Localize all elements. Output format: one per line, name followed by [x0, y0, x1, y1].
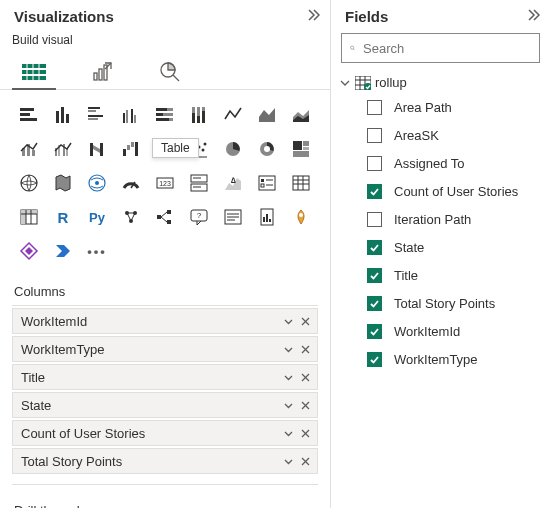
field-row[interactable]: Assigned To — [367, 152, 540, 174]
column-well[interactable]: Total Story Points — [12, 448, 318, 474]
column-well[interactable]: Title — [12, 364, 318, 390]
viz-clustered-bar[interactable] — [82, 100, 112, 130]
field-row[interactable]: Iteration Path — [367, 208, 540, 230]
field-label: Title — [394, 268, 418, 283]
viz-100-stacked-bar[interactable] — [150, 100, 180, 130]
field-checkbox[interactable] — [367, 128, 382, 143]
remove-icon[interactable] — [300, 372, 311, 383]
column-well[interactable]: State — [12, 392, 318, 418]
field-checkbox[interactable] — [367, 100, 382, 115]
viz-power-automate[interactable] — [48, 236, 78, 266]
remove-icon[interactable] — [300, 400, 311, 411]
viz-smart-narrative[interactable] — [218, 202, 248, 232]
viz-funnel[interactable] — [150, 134, 180, 164]
table-node[interactable]: rollup — [339, 73, 540, 96]
viz-100-stacked-column[interactable] — [184, 100, 214, 130]
field-checkbox[interactable] — [367, 240, 382, 255]
viz-multi-row-card[interactable] — [184, 168, 214, 198]
column-well[interactable]: WorkItemId — [12, 308, 318, 334]
build-tab-analytics[interactable] — [148, 55, 192, 89]
viz-clustered-column[interactable] — [116, 100, 146, 130]
viz-arcgis[interactable] — [286, 202, 316, 232]
field-checkbox[interactable] — [367, 156, 382, 171]
viz-card[interactable]: 123 — [150, 168, 180, 198]
field-label: AreaSK — [394, 128, 439, 143]
field-checkbox[interactable] — [367, 268, 382, 283]
field-row[interactable]: Total Story Points — [367, 292, 540, 314]
viz-pane-header: Visualizations — [0, 0, 330, 31]
chevron-down-icon[interactable] — [283, 316, 294, 327]
viz-get-more[interactable]: ••• — [82, 236, 112, 266]
field-label: WorkItemId — [394, 324, 460, 339]
viz-gauge[interactable] — [116, 168, 146, 198]
remove-icon[interactable] — [300, 316, 311, 327]
viz-azure-map[interactable] — [82, 168, 112, 198]
divider — [12, 484, 318, 485]
field-row[interactable]: State — [367, 236, 540, 258]
build-tab-visual[interactable] — [12, 55, 56, 89]
field-row[interactable]: AreaSK — [367, 124, 540, 146]
field-row[interactable]: WorkItemType — [367, 348, 540, 370]
viz-stacked-area[interactable] — [286, 100, 316, 130]
viz-r-visual[interactable]: R — [48, 202, 78, 232]
viz-donut[interactable] — [252, 134, 282, 164]
viz-decomposition-tree[interactable] — [150, 202, 180, 232]
viz-pie[interactable] — [218, 134, 248, 164]
fields-search[interactable] — [341, 33, 540, 63]
field-label: Count of User Stories — [394, 184, 518, 199]
viz-treemap[interactable] — [286, 134, 316, 164]
viz-paginated-report[interactable] — [252, 202, 282, 232]
viz-slicer[interactable] — [252, 168, 282, 198]
field-label: Assigned To — [394, 156, 465, 171]
chevron-down-icon[interactable] — [283, 428, 294, 439]
viz-stacked-bar[interactable] — [14, 100, 44, 130]
viz-map[interactable] — [14, 168, 44, 198]
viz-stacked-column[interactable] — [48, 100, 78, 130]
viz-table[interactable] — [286, 168, 316, 198]
field-row[interactable]: WorkItemId — [367, 320, 540, 342]
viz-waterfall[interactable] — [116, 134, 146, 164]
viz-line-clustered-column[interactable] — [48, 134, 78, 164]
viz-matrix[interactable] — [14, 202, 44, 232]
search-input[interactable] — [363, 41, 531, 56]
field-checkbox[interactable] — [367, 212, 382, 227]
field-checkbox[interactable] — [367, 352, 382, 367]
chevron-down-icon[interactable] — [283, 400, 294, 411]
chevron-down-icon[interactable] — [283, 456, 294, 467]
viz-line[interactable] — [218, 100, 248, 130]
column-well[interactable]: Count of User Stories — [12, 420, 318, 446]
viz-ribbon[interactable] — [82, 134, 112, 164]
field-row[interactable]: Count of User Stories — [367, 180, 540, 202]
viz-power-apps[interactable] — [14, 236, 44, 266]
viz-py-visual[interactable]: Py — [82, 202, 112, 232]
build-tab-format[interactable] — [80, 55, 124, 89]
field-row[interactable]: Title — [367, 264, 540, 286]
remove-icon[interactable] — [300, 344, 311, 355]
remove-icon[interactable] — [300, 428, 311, 439]
svg-text:?: ? — [197, 211, 202, 220]
chevron-down-icon[interactable] — [283, 372, 294, 383]
viz-qna[interactable]: ? — [184, 202, 214, 232]
viz-area[interactable] — [252, 100, 282, 130]
viz-kpi[interactable]: ∆ — [218, 168, 248, 198]
field-row[interactable]: Area Path — [367, 96, 540, 118]
field-checkbox[interactable] — [367, 324, 382, 339]
collapse-icon[interactable] — [306, 8, 320, 25]
viz-filled-map[interactable] — [48, 168, 78, 198]
field-checkbox[interactable] — [367, 184, 382, 199]
svg-text:123: 123 — [159, 180, 171, 187]
svg-point-62 — [204, 143, 207, 146]
field-checkbox[interactable] — [367, 296, 382, 311]
well-label: Count of User Stories — [21, 426, 145, 441]
remove-icon[interactable] — [300, 456, 311, 467]
collapse-icon[interactable] — [526, 8, 540, 25]
svg-rect-2 — [22, 76, 46, 80]
viz-line-stacked-column[interactable] — [14, 134, 44, 164]
column-well[interactable]: WorkItemType — [12, 336, 318, 362]
svg-point-70 — [21, 175, 37, 191]
fields-pane: Fields rollup Area PathAreaSKAssigned To… — [331, 0, 550, 508]
viz-key-influencers[interactable] — [116, 202, 146, 232]
svg-rect-36 — [202, 107, 205, 111]
viz-scatter[interactable] — [184, 134, 214, 164]
chevron-down-icon[interactable] — [283, 344, 294, 355]
